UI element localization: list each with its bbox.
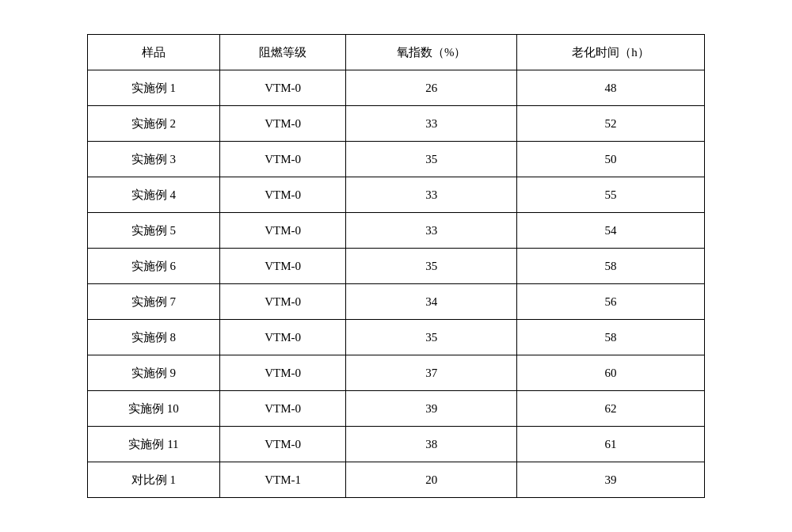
cell-flame-rating: VTM-0: [219, 213, 345, 249]
table-row: 实施例 1VTM-02648: [88, 70, 705, 106]
table-row: 实施例 4VTM-03355: [88, 177, 705, 213]
cell-sample: 实施例 11: [88, 427, 220, 462]
table-row: 实施例 9VTM-03760: [88, 355, 705, 391]
table-row: 实施例 3VTM-03550: [88, 142, 705, 177]
cell-aging-time: 52: [517, 106, 705, 142]
table-row: 实施例 6VTM-03558: [88, 249, 705, 284]
header-aging-time: 老化时间（h）: [517, 35, 705, 70]
cell-aging-time: 56: [517, 284, 705, 320]
cell-aging-time: 60: [517, 355, 705, 391]
cell-oxygen-index: 35: [346, 249, 517, 284]
cell-aging-time: 50: [517, 142, 705, 177]
header-row: 样品 阻燃等级 氧指数（%） 老化时间（h）: [88, 35, 705, 70]
table-row: 实施例 5VTM-03354: [88, 213, 705, 249]
cell-flame-rating: VTM-0: [219, 142, 345, 177]
table-container: 样品 阻燃等级 氧指数（%） 老化时间（h） 实施例 1VTM-02648实施例…: [87, 34, 705, 498]
cell-aging-time: 61: [517, 427, 705, 462]
cell-oxygen-index: 34: [346, 284, 517, 320]
cell-flame-rating: VTM-0: [219, 391, 345, 427]
header-oxygen-index: 氧指数（%）: [346, 35, 517, 70]
cell-oxygen-index: 33: [346, 106, 517, 142]
cell-oxygen-index: 20: [346, 462, 517, 498]
table-row: 实施例 11VTM-03861: [88, 427, 705, 462]
cell-oxygen-index: 37: [346, 355, 517, 391]
cell-flame-rating: VTM-0: [219, 70, 345, 106]
cell-aging-time: 39: [517, 462, 705, 498]
cell-flame-rating: VTM-0: [219, 427, 345, 462]
cell-oxygen-index: 38: [346, 427, 517, 462]
cell-sample: 实施例 8: [88, 320, 220, 355]
table-row: 对比例 1VTM-12039: [88, 462, 705, 498]
cell-sample: 实施例 5: [88, 213, 220, 249]
cell-aging-time: 48: [517, 70, 705, 106]
table-row: 实施例 7VTM-03456: [88, 284, 705, 320]
cell-sample: 实施例 4: [88, 177, 220, 213]
cell-flame-rating: VTM-0: [219, 284, 345, 320]
cell-flame-rating: VTM-0: [219, 106, 345, 142]
data-table: 样品 阻燃等级 氧指数（%） 老化时间（h） 实施例 1VTM-02648实施例…: [87, 34, 705, 498]
cell-sample: 实施例 2: [88, 106, 220, 142]
cell-sample: 对比例 1: [88, 462, 220, 498]
cell-oxygen-index: 39: [346, 391, 517, 427]
cell-sample: 实施例 7: [88, 284, 220, 320]
header-sample: 样品: [88, 35, 220, 70]
cell-sample: 实施例 10: [88, 391, 220, 427]
cell-flame-rating: VTM-0: [219, 320, 345, 355]
cell-aging-time: 55: [517, 177, 705, 213]
cell-oxygen-index: 33: [346, 177, 517, 213]
table-row: 实施例 8VTM-03558: [88, 320, 705, 355]
cell-aging-time: 54: [517, 213, 705, 249]
cell-aging-time: 62: [517, 391, 705, 427]
cell-flame-rating: VTM-0: [219, 249, 345, 284]
cell-sample: 实施例 3: [88, 142, 220, 177]
header-flame-rating: 阻燃等级: [219, 35, 345, 70]
cell-aging-time: 58: [517, 320, 705, 355]
cell-sample: 实施例 1: [88, 70, 220, 106]
table-row: 实施例 10VTM-03962: [88, 391, 705, 427]
cell-flame-rating: VTM-0: [219, 355, 345, 391]
cell-oxygen-index: 26: [346, 70, 517, 106]
cell-sample: 实施例 6: [88, 249, 220, 284]
cell-aging-time: 58: [517, 249, 705, 284]
cell-oxygen-index: 33: [346, 213, 517, 249]
cell-flame-rating: VTM-1: [219, 462, 345, 498]
cell-oxygen-index: 35: [346, 320, 517, 355]
cell-flame-rating: VTM-0: [219, 177, 345, 213]
cell-oxygen-index: 35: [346, 142, 517, 177]
cell-sample: 实施例 9: [88, 355, 220, 391]
table-row: 实施例 2VTM-03352: [88, 106, 705, 142]
